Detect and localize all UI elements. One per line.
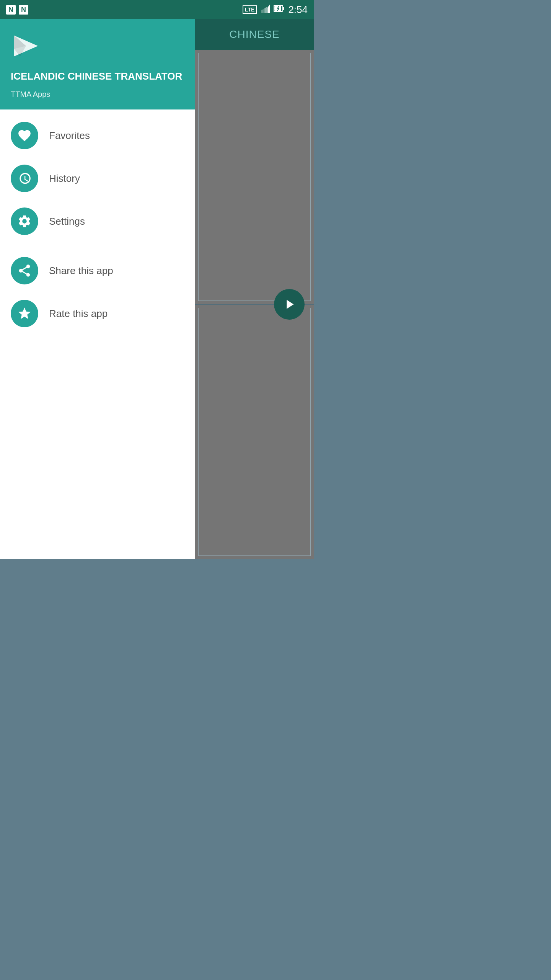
right-panel: CHINESE	[195, 19, 314, 559]
favorites-icon-circle	[11, 122, 38, 149]
main-layout: ICELANDIC CHINESE TRANSLATOR TTMA Apps F…	[0, 19, 314, 559]
settings-label: Settings	[49, 216, 85, 227]
rate-label: Rate this app	[49, 308, 108, 320]
nav-item-favorites[interactable]: Favorites	[0, 114, 195, 157]
gear-icon	[17, 214, 32, 229]
lte-icon: LTE	[243, 5, 257, 14]
favorites-label: Favorites	[49, 130, 90, 142]
nav-divider	[0, 246, 195, 246]
share-icon	[17, 263, 32, 278]
nav-section-primary: Favorites History Settings	[0, 109, 195, 559]
status-left: N N	[6, 5, 28, 15]
status-bar: N N LTE 2:54	[0, 0, 314, 19]
settings-icon-circle	[11, 207, 38, 235]
nav-item-rate[interactable]: Rate this app	[0, 292, 195, 335]
battery-icon	[274, 4, 284, 15]
translate-button[interactable]	[274, 289, 305, 320]
signal-icon	[261, 5, 270, 15]
share-icon-circle	[11, 257, 38, 284]
notification-n1-icon: N	[6, 5, 16, 15]
history-icon-circle	[11, 165, 38, 192]
nav-item-share[interactable]: Share this app	[0, 249, 195, 292]
app-logo	[11, 31, 41, 61]
input-text-area[interactable]	[198, 53, 311, 301]
app-subtitle: TTMA Apps	[11, 90, 184, 99]
navigation-drawer: ICELANDIC CHINESE TRANSLATOR TTMA Apps F…	[0, 19, 195, 559]
right-panel-header: CHINESE	[195, 19, 314, 50]
rate-icon-circle	[11, 300, 38, 327]
status-right: LTE 2:54	[243, 4, 308, 16]
app-title: ICELANDIC CHINESE TRANSLATOR	[11, 70, 184, 82]
svg-marker-0	[267, 5, 270, 13]
share-label: Share this app	[49, 265, 113, 277]
star-icon	[17, 306, 32, 321]
clock-icon	[17, 171, 32, 186]
svg-marker-1	[264, 7, 267, 13]
history-label: History	[49, 173, 80, 185]
clock-display: 2:54	[288, 4, 308, 16]
target-language-title: CHINESE	[229, 28, 279, 41]
output-text-area	[198, 308, 311, 556]
translate-arrow-icon	[282, 297, 297, 312]
translate-content	[195, 50, 314, 559]
svg-marker-2	[261, 9, 264, 13]
nav-item-settings[interactable]: Settings	[0, 200, 195, 243]
nav-item-history[interactable]: History	[0, 157, 195, 200]
heart-icon	[17, 128, 32, 143]
notification-n2-icon: N	[19, 5, 28, 15]
svg-rect-4	[283, 7, 284, 10]
drawer-header: ICELANDIC CHINESE TRANSLATOR TTMA Apps	[0, 19, 195, 109]
